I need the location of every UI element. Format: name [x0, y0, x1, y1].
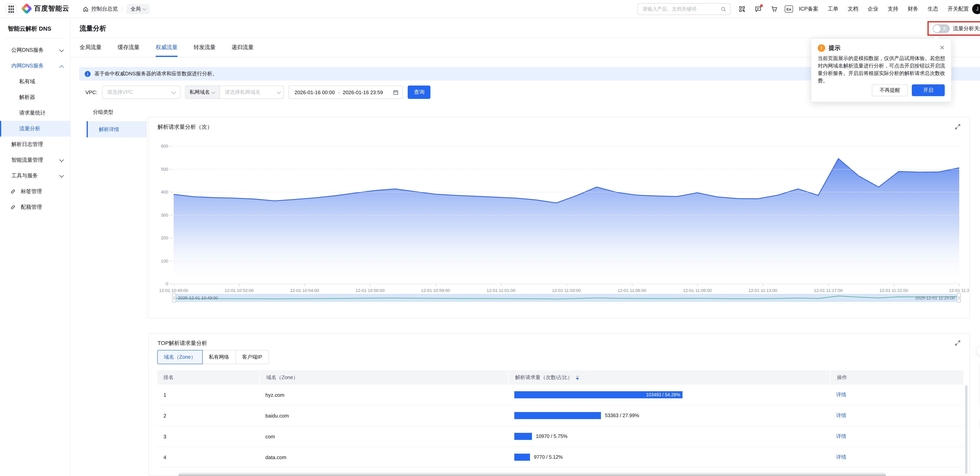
volume-label: 103493 / 54.28% — [646, 391, 680, 398]
chevron-down-icon — [59, 48, 64, 52]
detail-link[interactable]: 详情 — [836, 391, 846, 398]
nav-link-企业[interactable]: 企业 — [868, 5, 878, 13]
popup-title: 提示 — [829, 44, 936, 52]
date-range-picker[interactable]: 2026-01-16 00:00 - 2026-01-16 23:59 — [289, 86, 403, 99]
datazoom-right-handle[interactable] — [957, 293, 961, 303]
home-icon — [83, 6, 89, 12]
datazoom-end-label: 2025-12-01 11:25:00 — [915, 294, 955, 302]
nav-link-文档[interactable]: 文档 — [848, 5, 858, 13]
scope-selector[interactable]: 全局 — [127, 4, 150, 14]
console-overview-link[interactable]: 控制台总览 — [83, 0, 118, 18]
nav-link-开关配置[interactable]: 开关配置 — [948, 5, 969, 13]
top-navbar: 百度智能云 控制台总览 全局 请输入产品、文档关键词 — [0, 0, 980, 18]
dimension-tab-私有网络[interactable]: 私有网络 — [202, 350, 236, 364]
cell-zone: hyz.com — [259, 392, 508, 398]
sidebar-item-label: 标签管理 — [21, 188, 42, 195]
sidebar-item-智能流量管理[interactable]: 智能流量管理 — [0, 152, 70, 168]
tab-权威流量[interactable]: 权威流量 — [156, 38, 178, 57]
sidebar-item-配额管理[interactable]: 配额管理 — [0, 199, 70, 215]
expand-icon[interactable] — [955, 340, 961, 346]
grid-menu-icon[interactable] — [5, 3, 16, 14]
nav-link-生态[interactable]: 生态 — [928, 5, 938, 13]
cell-action: 详情 — [830, 433, 963, 440]
x-axis-tick — [763, 284, 763, 286]
dimension-tab-客户端IP[interactable]: 客户端IP — [235, 350, 269, 364]
vpc-select[interactable]: 请选择VPC — [102, 86, 180, 99]
x-axis-label: 12-01 10:52:00 — [224, 288, 254, 293]
cell-zone: baidu.com — [259, 413, 508, 418]
tab-全局流量[interactable]: 全局流量 — [80, 38, 102, 57]
close-icon[interactable]: ✕ — [939, 45, 945, 51]
tab-转发流量[interactable]: 转发流量 — [194, 38, 216, 57]
x-axis-label: 12-01 11:13:00 — [749, 288, 777, 293]
ai-assistant-label[interactable]: AI助手 — [977, 347, 980, 356]
enable-button[interactable]: 开启 — [912, 85, 945, 96]
x-axis-label: 12-01 10:54:00 — [290, 288, 319, 293]
nav-link-财务[interactable]: 财务 — [908, 5, 918, 13]
message-icon[interactable] — [755, 5, 762, 13]
cart-icon[interactable] — [771, 5, 778, 13]
cell-rank: 3 — [157, 433, 259, 439]
sidebar-item-解析日志管理[interactable]: 解析日志管理 — [0, 137, 70, 152]
brand-logo[interactable]: 百度智能云 — [23, 4, 69, 13]
nav-link-ICP备案[interactable]: ICP备案 — [799, 5, 818, 13]
gridline — [173, 146, 959, 146]
volume-bar — [514, 412, 601, 419]
sidebar-item-流量分析[interactable]: 流量分析 — [0, 121, 70, 137]
volume-bar: 103493 / 54.28% — [514, 391, 682, 398]
datazoom-slider[interactable]: 2025-12-01 10:49:00 2025-12-01 11:25:00 — [173, 294, 959, 302]
x-axis-tick — [828, 284, 829, 286]
x-axis-label: 12-01 11:21:00 — [880, 288, 908, 293]
expand-icon[interactable] — [955, 124, 961, 130]
volume-bar — [514, 433, 532, 440]
x-axis-tick — [173, 284, 174, 286]
warning-icon: ! — [818, 44, 825, 52]
volume-bar — [514, 454, 530, 461]
x-axis-label: 12-01 11:2 — [949, 288, 969, 293]
sidebar-item-私有域[interactable]: 私有域 — [0, 74, 70, 89]
detail-link[interactable]: 详情 — [836, 412, 846, 418]
nav-link-支持[interactable]: 支持 — [888, 5, 898, 13]
console-page: 百度智能云 控制台总览 全局 请输入产品、文档关键词 — [0, 0, 980, 476]
sidebar-item-工具与服务[interactable]: 工具与服务 — [0, 168, 70, 184]
table-header: 排名 域名（Zone） 解析请求量（次数/占比） 操作 — [157, 371, 963, 385]
sidebar-item-内网DNS服务[interactable]: 内网DNS服务 — [0, 58, 70, 74]
table-scrollbar[interactable] — [965, 385, 967, 474]
zone-select[interactable]: 请选择私网域名 — [220, 86, 283, 99]
qr-code-icon[interactable] — [738, 5, 746, 13]
y-axis-label: 300 — [161, 212, 168, 217]
search-input[interactable]: 请输入产品、文档关键词 — [637, 3, 731, 15]
user-avatar[interactable]: J — [972, 4, 980, 14]
language-en-icon[interactable]: En — [785, 5, 793, 13]
chevron-down-icon — [277, 90, 281, 94]
divider — [122, 6, 122, 12]
detail-link[interactable]: 详情 — [836, 433, 846, 439]
detail-link[interactable]: 详情 — [836, 454, 846, 460]
dismiss-button[interactable]: 不再提醒 — [872, 85, 908, 96]
sidebar-item-label: 内网DNS服务 — [11, 62, 44, 69]
x-axis-tick — [566, 284, 567, 286]
nav-link-工单[interactable]: 工单 — [828, 5, 838, 13]
sidebar-item-解析器[interactable]: 解析器 — [0, 89, 70, 105]
sort-icon[interactable] — [576, 375, 579, 380]
traffic-analysis-toggle[interactable]: 关 — [932, 24, 950, 33]
page-title: 流量分析 — [80, 24, 106, 33]
volume-label: 53363 / 27.99% — [605, 413, 639, 418]
notification-badge — [760, 4, 763, 7]
bottom-dock-shadow — [178, 472, 886, 476]
tab-递归流量[interactable]: 递归流量 — [232, 38, 254, 57]
sidebar-item-请求量统计[interactable]: 请求量统计 — [0, 105, 70, 121]
gridline — [173, 238, 959, 238]
zone-type-select[interactable]: 私网域名 — [186, 86, 220, 99]
query-button[interactable]: 查询 — [408, 86, 431, 99]
chevron-down-icon — [212, 90, 216, 94]
datazoom-left-handle[interactable] — [172, 293, 176, 303]
group-item-detail[interactable]: 解析详情 — [87, 121, 146, 137]
sidebar-item-公网DNS服务[interactable]: 公网DNS服务 — [0, 42, 70, 58]
tab-缓存流量[interactable]: 缓存流量 — [118, 38, 140, 57]
sidebar-item-标签管理[interactable]: 标签管理 — [0, 184, 70, 199]
chevron-up-icon — [59, 65, 64, 70]
dimension-tab-域名（Zone）[interactable]: 域名（Zone） — [157, 350, 202, 364]
x-axis-tick — [501, 284, 501, 286]
x-axis-tick — [894, 284, 894, 286]
